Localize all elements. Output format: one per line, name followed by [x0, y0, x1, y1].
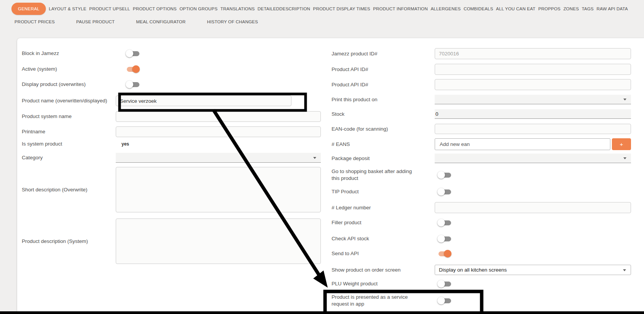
stock-input[interactable]: 0 [435, 109, 631, 119]
show-product-on-order-screen-label: Show product on order screen [332, 267, 435, 274]
is-system-product-control: yes [116, 141, 321, 147]
product-description-system-label: Product description (System) [22, 238, 116, 245]
tab-layout-style[interactable]: LAYOUT & STYLE [49, 6, 86, 11]
show-product-on-order-screen-control: Display on all kitchen screens [435, 265, 631, 275]
product-api-id-2-label: Product API ID# [332, 81, 435, 88]
product-system-name-input[interactable] [116, 111, 321, 122]
tab-detaileddescription[interactable]: DETAILEDDESCRIPTION [257, 6, 310, 11]
active-system-row: Active (system) [22, 65, 321, 74]
tab-meal-configurator[interactable]: MEAL CONFIGURATOR [136, 19, 186, 24]
toggle-knob [126, 81, 133, 88]
check-api-stock-toggle[interactable] [437, 235, 452, 243]
tab-allergenes[interactable]: ALLERGENES [430, 6, 461, 11]
tab-pause-product[interactable]: PAUSE PRODUCT [76, 19, 115, 24]
ledger-number-input[interactable] [435, 202, 631, 213]
show-product-on-order-screen-select[interactable]: Display on all kitchen screens [435, 265, 631, 275]
tip-product-row: TIP Product [332, 187, 631, 196]
tab-bar-row-2: PRODUCT PRICESPAUSE PRODUCTMEAL CONFIGUR… [0, 17, 258, 27]
add-new-ean-input[interactable] [435, 138, 610, 150]
product-description-system-textarea[interactable] [116, 219, 321, 264]
tab-tags[interactable]: TAGS [582, 6, 594, 11]
service-request-control [435, 292, 631, 309]
active-system-toggle[interactable] [126, 65, 140, 73]
add-ean-button[interactable]: + [612, 138, 631, 150]
package-deposit-control [435, 154, 631, 163]
ledger-number-label: # Ledger number [332, 204, 435, 211]
filler-product-control [435, 218, 631, 227]
is-system-product-value: yes [121, 141, 129, 147]
printname-control [116, 126, 321, 137]
package-deposit-row: Package deposit [332, 154, 631, 163]
tip-product-label: TIP Product [332, 188, 435, 195]
send-to-api-control [435, 249, 631, 258]
product-name-input[interactable] [116, 95, 291, 106]
toggle-knob [437, 219, 445, 227]
category-label: Category [22, 154, 116, 161]
filler-product-toggle[interactable] [437, 219, 452, 227]
product-name-row: Product name (overwritten/displayed) [22, 95, 321, 106]
stock-row: Stock0 [332, 109, 631, 119]
check-api-stock-control [435, 234, 631, 243]
product-api-id-1-row: Product API ID# [332, 64, 631, 75]
product-system-name-control [116, 111, 321, 122]
tab-product-upsell[interactable]: PRODUCT UPSELL [89, 6, 130, 11]
printname-input[interactable] [116, 126, 321, 137]
product-description-system-row: Product description (System) [22, 219, 321, 264]
service-request-toggle[interactable] [437, 297, 452, 304]
jamezz-product-id-input[interactable] [435, 48, 631, 59]
tab-product-options[interactable]: PRODUCT OPTIONS [133, 6, 177, 11]
active-system-label: Active (system) [22, 66, 116, 73]
product-api-id-2-input[interactable] [435, 79, 631, 90]
tab-product-information[interactable]: PRODUCT INFORMATION [373, 6, 428, 11]
product-system-name-row: Product system name [22, 111, 321, 122]
print-this-product-on-label: Print this product on [332, 96, 435, 103]
display-product-overwrites-label: Display product (overwrites) [22, 81, 116, 88]
send-to-api-toggle[interactable] [437, 250, 452, 257]
chevron-down-icon [623, 99, 626, 100]
tab-zones[interactable]: ZONES [563, 6, 579, 11]
eans-label: # EANS [332, 141, 435, 148]
block-in-jamezz-row: Block in Jamezz [22, 49, 321, 58]
stock-control: 0 [435, 109, 631, 119]
tab-product-prices[interactable]: PRODUCT PRICES [15, 19, 55, 24]
go-to-basket-label: Go to shopping basket after adding this … [332, 168, 435, 182]
short-description-control [116, 167, 321, 212]
tab-combideals[interactable]: COMBIDEALS [464, 6, 493, 11]
category-select[interactable] [116, 153, 321, 163]
go-to-basket-toggle[interactable] [437, 171, 452, 179]
tab-general[interactable]: GENERAL [11, 3, 46, 15]
block-in-jamezz-label: Block in Jamezz [22, 50, 116, 57]
ledger-number-row: # Ledger number [332, 202, 631, 213]
check-api-stock-row: Check API stock [332, 234, 631, 243]
package-deposit-label: Package deposit [332, 155, 435, 162]
product-api-id-1-control [435, 64, 631, 75]
toggle-knob [437, 280, 445, 288]
plu-weight-product-row: PLU Weight product [332, 279, 631, 288]
printname-label: Printname [22, 128, 116, 135]
package-deposit-select[interactable] [435, 154, 631, 163]
tab-proppos[interactable]: PROPPOS [538, 6, 560, 11]
service-request-row: Product is presented as a service reques… [332, 292, 631, 309]
print-this-product-on-select[interactable] [435, 95, 631, 104]
toggle-knob [126, 50, 133, 57]
short-description-textarea[interactable] [116, 167, 321, 212]
plu-weight-product-control [435, 279, 631, 288]
tip-product-toggle[interactable] [437, 188, 452, 196]
display-product-overwrites-toggle[interactable] [126, 81, 140, 88]
tab-raw-api-data[interactable]: RAW API DATA [597, 6, 628, 11]
tab-history-of-changes[interactable]: HISTORY OF CHANGES [207, 19, 258, 24]
toggle-knob [437, 235, 445, 243]
active-system-control [116, 65, 321, 74]
block-in-jamezz-toggle[interactable] [126, 50, 140, 57]
toggle-knob [132, 65, 140, 73]
tab-option-groups[interactable]: OPTION GROUPS [180, 6, 218, 11]
is-system-product-label: Is system product [22, 141, 116, 147]
tab-translations[interactable]: TRANSLATIONS [220, 6, 255, 11]
product-api-id-1-input[interactable] [435, 64, 631, 75]
filler-product-row: Filler product [332, 218, 631, 227]
tab-all-you-can-eat[interactable]: ALL YOU CAN EAT [496, 6, 536, 11]
tab-product-display-times[interactable]: PRODUCT DISPLAY TIMES [313, 6, 371, 11]
plu-weight-product-toggle[interactable] [437, 280, 452, 288]
ean-code-input[interactable] [435, 124, 631, 134]
print-this-product-on-control [435, 95, 631, 104]
